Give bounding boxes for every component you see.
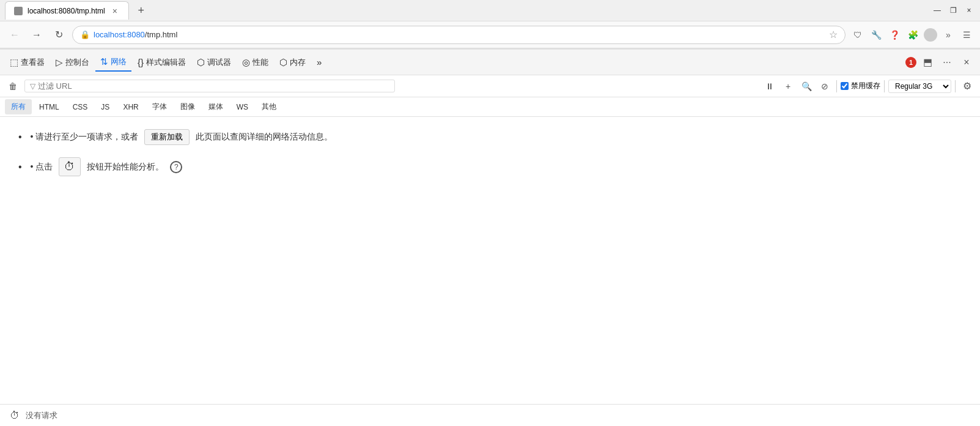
filter-input-wrap: ▽ [24,80,395,92]
addons-icon[interactable]: 🧩 [905,28,920,42]
block-requests-button[interactable]: ⊘ [817,78,833,94]
network-empty-message: • • 请进行至少一项请求，或者 重新加载 此页面以查阅详细的网络活动信息。 •… [18,129,962,176]
help-circle-icon[interactable]: ? [170,161,182,173]
devtools-panel: ⬚ 查看器 ▷ 控制台 ⇅ 网络 {} 样式编辑器 ⬡ 调试器 ◎ 性能 [0,48,980,426]
inspector-icon: ⬚ [10,57,18,68]
style-editor-label: 样式编辑器 [146,57,186,68]
style-editor-icon: {} [138,57,144,67]
disable-cache-checkbox-label[interactable]: 禁用缓存 [841,81,880,91]
network-icon: ⇅ [100,56,108,67]
star-icon[interactable]: ☆ [829,29,838,40]
debugger-label: 调试器 [207,57,231,68]
network-toolbar-right: ⏸ + 🔍 ⊘ 禁用缓存 Regular 3G No Throttling Fa… [762,78,975,94]
status-bar: ⏱ 没有请求 [0,404,980,426]
filter-icon: ▽ [30,82,35,91]
inspector-label: 查看器 [21,57,45,68]
filter-tab-xhr[interactable]: XHR [117,100,144,114]
account-icon[interactable] [924,28,937,42]
filter-tab-ws[interactable]: WS [230,100,254,114]
error-badge[interactable]: 1 [905,57,916,68]
status-stopwatch-icon: ⏱ [10,410,20,421]
devtools-more-tools[interactable]: » [312,54,326,70]
message-line-1: • • 请进行至少一项请求，或者 重新加载 此页面以查阅详细的网络活动信息。 [18,129,962,145]
console-label: 控制台 [65,57,89,68]
devtools-style-editor[interactable]: {} 样式编辑器 [133,54,191,71]
network-settings-button[interactable]: ⚙ [959,78,975,94]
devtools-inspector[interactable]: ⬚ 查看器 [5,54,50,71]
stopwatch-icon-inline: ⏱ [64,160,75,173]
filter-tab-media[interactable]: 媒体 [202,99,229,114]
menu-button[interactable]: ☰ [959,28,974,42]
devtools-memory[interactable]: ⬡ 内存 [274,54,311,71]
more-tools-button[interactable]: » [941,28,956,42]
add-button[interactable]: + [780,78,796,94]
message-line-2: • • 点击 ⏱ 按钮开始性能分析。 ? [18,157,962,176]
security-icon: 🔒 [80,30,90,39]
devtools-network[interactable]: ⇅ 网络 [95,53,131,72]
restore-button[interactable]: ❐ [947,4,959,17]
status-text: 没有请求 [26,410,57,421]
filter-tab-css[interactable]: CSS [67,100,94,114]
url-bar[interactable]: 🔒 localhost:8080/tmp.html ☆ [72,26,846,44]
filter-tab-font[interactable]: 字体 [146,99,173,114]
filter-tab-all[interactable]: 所有 [5,99,32,114]
search-button[interactable]: 🔍 [798,78,814,94]
filter-tabs: 所有 HTML CSS JS XHR 字体 图像 媒体 WS 其他 [0,97,980,117]
performance-icon: ◎ [242,57,250,68]
url-display: localhost:8080/tmp.html [94,30,825,39]
filter-tab-html[interactable]: HTML [33,100,65,114]
more-tools-icon: » [317,57,322,67]
tab-favicon [14,7,23,15]
filter-url-input[interactable] [38,81,389,91]
filter-tab-other[interactable]: 其他 [256,99,282,114]
reload-page-link[interactable]: 重新加载 [144,129,190,145]
minimize-button[interactable]: — [931,4,943,17]
extensions-icon[interactable]: 🛡 [850,28,865,42]
browser-window: localhost:8080/tmp.html × + — ❐ × ← → ↻ … [0,0,980,426]
clear-requests-button[interactable]: 🗑 [5,78,21,94]
throttle-select[interactable]: Regular 3G No Throttling Fast 3G Slow 3G… [888,80,951,93]
disable-cache-label: 禁用缓存 [851,81,880,91]
devtools-right-controls: 1 ⬒ ··· × [905,54,975,71]
devtools-console[interactable]: ▷ 控制台 [51,54,94,71]
message1-post: 此页面以查阅详细的网络活动信息。 [196,132,333,143]
extension-icon[interactable]: 🔧 [869,28,883,42]
message2-pre: • 点击 [31,162,53,173]
divider2 [884,80,885,92]
memory-icon: ⬡ [279,57,287,68]
address-bar: ← → ↻ 🔒 localhost:8080/tmp.html ☆ 🛡 🔧 ❓ … [0,21,980,48]
address-bar-right: 🛡 🔧 ❓ 🧩 » ☰ [850,28,974,42]
devtools-performance[interactable]: ◎ 性能 [237,54,273,71]
memory-label: 内存 [290,57,306,68]
performance-analysis-icon-box[interactable]: ⏱ [59,157,81,176]
title-bar: localhost:8080/tmp.html × + — ❐ × [0,0,980,21]
filter-tab-js[interactable]: JS [95,100,116,114]
devtools-more-button[interactable]: ··· [938,54,956,71]
tab-title: localhost:8080/tmp.html [28,7,105,15]
browser-tab[interactable]: localhost:8080/tmp.html × [5,1,129,20]
close-button[interactable]: × [963,4,975,17]
filter-tab-image[interactable]: 图像 [174,99,201,114]
devtools-close-button[interactable]: × [958,54,975,71]
performance-label: 性能 [252,57,268,68]
help-icon[interactable]: ❓ [887,28,902,42]
network-content: • • 请进行至少一项请求，或者 重新加载 此页面以查阅详细的网络活动信息。 •… [0,117,980,404]
bullet-2: • [18,162,22,173]
devtools-debugger[interactable]: ⬡ 调试器 [192,54,236,71]
dock-button[interactable]: ⬒ [919,54,936,71]
pause-recording-button[interactable]: ⏸ [762,78,778,94]
back-button[interactable]: ← [6,26,23,43]
title-bar-left: localhost:8080/tmp.html × + [5,1,150,20]
message1-pre: • 请进行至少一项请求，或者 [31,132,139,143]
new-tab-button[interactable]: + [133,2,150,19]
title-bar-right: — ❐ × [931,4,975,17]
network-toolbar: 🗑 ▽ ⏸ + 🔍 ⊘ 禁用缓存 Regular 3G No Thro [0,75,980,97]
forward-button[interactable]: → [28,26,45,43]
disable-cache-checkbox[interactable] [841,82,849,90]
devtools-toolbar: ⬚ 查看器 ▷ 控制台 ⇅ 网络 {} 样式编辑器 ⬡ 调试器 ◎ 性能 [0,50,980,75]
debugger-icon: ⬡ [197,57,205,68]
divider1 [836,80,837,92]
network-label: 网络 [111,56,127,67]
tab-close-button[interactable]: × [110,6,120,16]
reload-page-button[interactable]: ↻ [50,26,67,43]
